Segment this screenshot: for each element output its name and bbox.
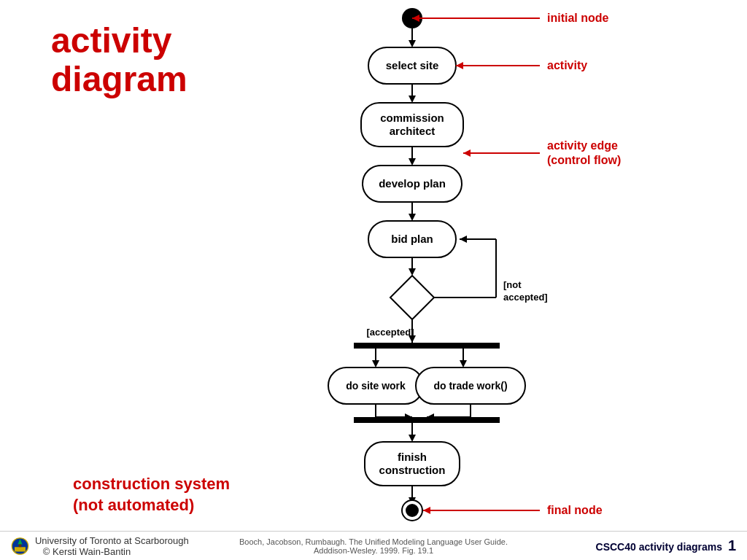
svg-marker-13 [409, 268, 416, 276]
svg-marker-16 [409, 335, 416, 343]
svg-text:bid plan: bid plan [391, 233, 433, 245]
svg-marker-50 [423, 507, 430, 514]
initial-node-label: initial node [547, 12, 609, 24]
svg-text:commission: commission [380, 112, 444, 124]
svg-text:activity edge: activity edge [547, 139, 618, 152]
final-node-label: final node [547, 504, 603, 516]
svg-marker-44 [456, 62, 463, 69]
fork-bar [354, 343, 500, 349]
svg-text:(control flow): (control flow) [547, 154, 621, 166]
svg-text:do trade work(): do trade work() [433, 380, 507, 392]
citation: Booch, Jacobson, Rumbaugh. The Unified M… [193, 537, 555, 555]
svg-marker-30 [409, 435, 416, 442]
svg-text:accepted]: accepted] [503, 292, 548, 303]
svg-marker-1 [409, 40, 416, 47]
svg-text:do site work: do site work [346, 380, 406, 392]
svg-text:[accepted]: [accepted] [366, 327, 414, 338]
footer-left: University of Toronto at Scarborough © K… [11, 532, 193, 561]
decision-node [390, 276, 434, 319]
svg-marker-46 [463, 149, 471, 157]
activity-annotation-label: activity [547, 59, 587, 71]
svg-text:[not: [not [503, 279, 522, 290]
join-bar [354, 417, 500, 423]
svg-text:architect: architect [390, 125, 436, 137]
select-site-label: select site [386, 59, 439, 71]
svg-marker-3 [409, 96, 416, 103]
svg-text:construction: construction [379, 464, 446, 476]
subtitle: construction system (not automated) [73, 474, 230, 516]
svg-marker-18 [372, 360, 379, 368]
copyright: © Kersti Wain-Bantin [43, 546, 131, 557]
svg-rect-52 [15, 547, 26, 551]
university-name: University of Toronto at Scarborough [35, 535, 189, 546]
svg-text:finish: finish [398, 451, 427, 463]
svg-text:develop plan: develop plan [379, 177, 446, 190]
final-node-inner [406, 504, 419, 517]
page-title: activity diagram [51, 22, 187, 99]
course-info: CSCC40 activity diagrams 1 [555, 537, 737, 554]
svg-marker-10 [409, 214, 416, 221]
footer: University of Toronto at Scarborough © K… [0, 531, 747, 560]
svg-marker-7 [409, 158, 416, 166]
svg-rect-54 [19, 544, 22, 547]
svg-marker-20 [460, 360, 467, 368]
university-logo [11, 532, 29, 561]
diagram-area: select site commission architect develop… [255, 0, 744, 532]
svg-marker-38 [460, 236, 467, 243]
